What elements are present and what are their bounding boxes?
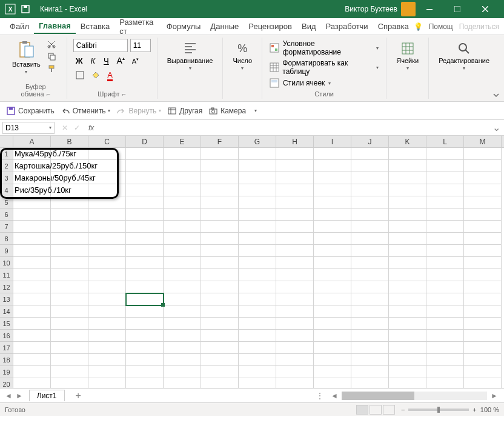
row-header[interactable]: 15 bbox=[0, 318, 13, 330]
cell[interactable] bbox=[13, 318, 51, 330]
formula-accept-icon[interactable]: ✓ bbox=[71, 124, 82, 132]
cell[interactable] bbox=[239, 366, 276, 378]
cell[interactable] bbox=[88, 269, 126, 281]
cell[interactable] bbox=[13, 196, 51, 208]
cell[interactable] bbox=[88, 354, 126, 366]
cell[interactable] bbox=[314, 354, 351, 366]
cell[interactable] bbox=[201, 293, 239, 305]
cell[interactable] bbox=[88, 245, 126, 257]
cell[interactable] bbox=[239, 305, 276, 318]
cell[interactable] bbox=[126, 184, 164, 196]
cell[interactable] bbox=[314, 233, 351, 245]
formula-expand-icon[interactable]: ⌄ bbox=[489, 122, 504, 133]
cell[interactable] bbox=[164, 257, 201, 269]
cell[interactable] bbox=[276, 172, 314, 184]
cell[interactable] bbox=[276, 342, 314, 354]
cell[interactable] bbox=[464, 281, 502, 293]
cell[interactable] bbox=[351, 318, 389, 330]
qat-undo-button[interactable]: Отменить ▾ bbox=[61, 106, 111, 116]
cell[interactable] bbox=[88, 281, 126, 293]
editing-button[interactable]: Редактирование ▾ bbox=[435, 39, 493, 73]
cell[interactable] bbox=[126, 366, 164, 378]
qat-redo-button[interactable]: Вернуть ▾ bbox=[116, 106, 161, 116]
cell[interactable] bbox=[126, 160, 164, 172]
cell[interactable] bbox=[201, 366, 239, 378]
cell[interactable] bbox=[464, 269, 502, 281]
cell[interactable] bbox=[464, 330, 502, 342]
cell[interactable] bbox=[51, 293, 88, 305]
cell[interactable] bbox=[276, 196, 314, 208]
cell[interactable] bbox=[126, 245, 164, 257]
cell[interactable] bbox=[13, 257, 51, 269]
copy-button[interactable] bbox=[45, 51, 58, 62]
cell[interactable] bbox=[239, 318, 276, 330]
font-size-select[interactable] bbox=[130, 39, 151, 52]
row-header[interactable]: 19 bbox=[0, 366, 13, 378]
cell[interactable] bbox=[314, 318, 351, 330]
cell[interactable] bbox=[13, 221, 51, 233]
number-format-button[interactable]: % Число ▾ bbox=[229, 39, 256, 73]
cell[interactable] bbox=[426, 305, 464, 318]
cell[interactable] bbox=[426, 281, 464, 293]
formula-input[interactable] bbox=[98, 122, 489, 134]
col-header[interactable]: J bbox=[351, 136, 389, 147]
cell[interactable] bbox=[351, 233, 389, 245]
cell[interactable] bbox=[126, 257, 164, 269]
cell[interactable] bbox=[13, 342, 51, 354]
cell[interactable] bbox=[51, 318, 88, 330]
cell[interactable] bbox=[88, 208, 126, 221]
cell[interactable] bbox=[201, 196, 239, 208]
cell[interactable] bbox=[464, 293, 502, 305]
cell[interactable] bbox=[164, 342, 201, 354]
cell[interactable] bbox=[126, 354, 164, 366]
cell[interactable] bbox=[201, 330, 239, 342]
cell[interactable] bbox=[126, 221, 164, 233]
cell[interactable] bbox=[164, 318, 201, 330]
paste-button[interactable]: Вставить ▾ bbox=[11, 39, 42, 76]
cell[interactable] bbox=[351, 342, 389, 354]
cell[interactable] bbox=[239, 172, 276, 184]
cell[interactable] bbox=[51, 354, 88, 366]
border-button[interactable] bbox=[73, 70, 87, 81]
row-header[interactable]: 2 bbox=[0, 160, 13, 172]
cell[interactable] bbox=[276, 233, 314, 245]
cell[interactable] bbox=[201, 305, 239, 318]
cell[interactable] bbox=[276, 257, 314, 269]
cell[interactable] bbox=[426, 342, 464, 354]
cell[interactable] bbox=[389, 378, 426, 388]
cell[interactable] bbox=[88, 378, 126, 388]
cell[interactable] bbox=[389, 160, 426, 172]
cell[interactable] bbox=[314, 196, 351, 208]
cell[interactable]: Макароны/50руб./45кг bbox=[13, 172, 51, 184]
cell[interactable] bbox=[351, 293, 389, 305]
cell[interactable] bbox=[389, 184, 426, 196]
alignment-button[interactable]: Выравнивание ▾ bbox=[164, 39, 217, 73]
cell[interactable] bbox=[276, 208, 314, 221]
font-name-select[interactable] bbox=[73, 39, 128, 52]
cell[interactable] bbox=[426, 184, 464, 196]
cell[interactable] bbox=[351, 330, 389, 342]
cell[interactable] bbox=[351, 245, 389, 257]
cell[interactable] bbox=[314, 378, 351, 388]
cell[interactable] bbox=[276, 378, 314, 388]
cell[interactable] bbox=[164, 184, 201, 196]
fill-color-button[interactable] bbox=[89, 70, 102, 81]
cell[interactable] bbox=[164, 354, 201, 366]
cell[interactable] bbox=[276, 160, 314, 172]
cell[interactable] bbox=[51, 196, 88, 208]
cell[interactable] bbox=[464, 257, 502, 269]
cell[interactable] bbox=[164, 233, 201, 245]
cell[interactable] bbox=[276, 318, 314, 330]
cell[interactable] bbox=[389, 330, 426, 342]
cell[interactable] bbox=[464, 172, 502, 184]
row-header[interactable]: 4 bbox=[0, 184, 13, 196]
cell[interactable] bbox=[88, 318, 126, 330]
cell[interactable] bbox=[314, 293, 351, 305]
col-header[interactable]: F bbox=[201, 136, 239, 147]
cell[interactable] bbox=[88, 305, 126, 318]
cell[interactable] bbox=[239, 160, 276, 172]
cell[interactable] bbox=[314, 366, 351, 378]
cell[interactable] bbox=[201, 269, 239, 281]
qat-customize-icon[interactable]: ▾ bbox=[254, 108, 257, 113]
zoom-value[interactable]: 100 % bbox=[480, 406, 499, 413]
